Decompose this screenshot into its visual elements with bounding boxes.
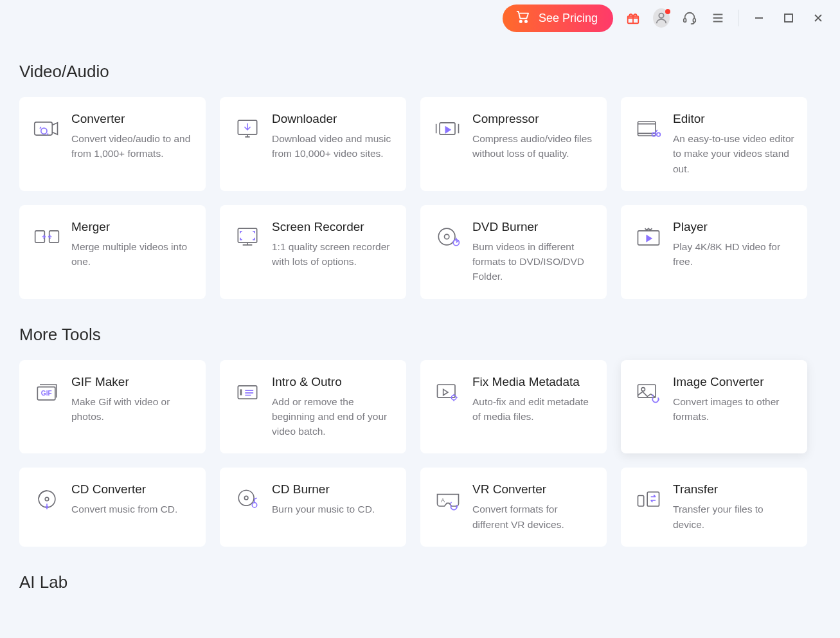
svg-point-29 — [244, 497, 248, 500]
card-body: DVD BurnerBurn videos in different forma… — [472, 220, 594, 284]
card-title: CD Converter — [71, 482, 193, 497]
converter-icon — [31, 116, 62, 147]
card-title: Intro & Outro — [272, 375, 394, 389]
card-cd-converter[interactable]: CD ConverterConvert music from CD. — [19, 468, 206, 547]
svg-text:GIF: GIF — [41, 390, 52, 397]
card-body: ConverterConvert video/audio to and from… — [71, 112, 193, 176]
card-intro-outro[interactable]: Intro & OutroAdd or remove the beginning… — [220, 360, 406, 454]
card-description: Convert formats for different VR devices… — [472, 502, 594, 532]
see-pricing-button[interactable]: See Pricing — [503, 5, 613, 32]
cd-burner-icon — [232, 486, 263, 517]
card-description: Merge multiple videos into one. — [71, 239, 193, 269]
card-body: Intro & OutroAdd or remove the beginning… — [272, 375, 394, 439]
card-body: Screen Recorder1:1 quality screen record… — [272, 220, 394, 284]
card-title: Merger — [71, 220, 193, 234]
card-transfer[interactable]: TransferTransfer your files to device. — [621, 468, 807, 547]
card-description: Burn your music to CD. — [272, 502, 394, 516]
card-description: Auto-fix and edit metadate of media file… — [472, 394, 594, 424]
dvd-burner-icon — [433, 224, 463, 255]
svg-point-1 — [525, 20, 527, 22]
card-title: Fix Media Metadata — [472, 375, 594, 389]
svg-point-3 — [659, 14, 663, 18]
card-body: CD BurnerBurn your music to CD. — [272, 482, 394, 532]
screen-recorder-icon — [232, 224, 263, 255]
gif-maker-icon: GIF — [31, 379, 62, 410]
support-icon[interactable] — [681, 10, 698, 26]
intro-outro-icon — [232, 379, 263, 410]
card-description: Add or remove the beginning and end of y… — [272, 394, 394, 439]
svg-rect-32 — [647, 492, 659, 506]
svg-point-12 — [657, 132, 661, 136]
section-title: More Tools — [19, 325, 821, 345]
card-title: VR Converter — [472, 482, 594, 497]
card-description: Download video and music from 10,000+ vi… — [272, 131, 394, 161]
card-description: Transfer your files to device. — [673, 502, 795, 532]
svg-rect-5 — [693, 19, 696, 22]
card-body: MergerMerge multiple videos into one. — [71, 220, 193, 284]
card-compressor[interactable]: CompressorCompress audio/video files wit… — [420, 97, 607, 191]
card-body: VR ConverterConvert formats for differen… — [472, 482, 594, 532]
window-maximize-button[interactable] — [780, 9, 798, 27]
card-title: Downloader — [272, 112, 394, 126]
svg-point-0 — [520, 20, 522, 22]
card-grid: GIFGIF MakerMake Gif with video or photo… — [19, 360, 821, 547]
svg-rect-7 — [35, 122, 53, 135]
card-body: CompressorCompress audio/video files wit… — [472, 112, 594, 176]
card-description: Play 4K/8K HD video for free. — [673, 239, 795, 269]
card-body: CD ConverterConvert music from CD. — [71, 482, 193, 532]
svg-point-27 — [45, 498, 49, 502]
card-title: Editor — [673, 112, 795, 126]
card-converter[interactable]: ConverterConvert video/audio to and from… — [19, 97, 206, 191]
svg-point-16 — [438, 228, 455, 245]
card-dvd-burner[interactable]: DVD BurnerBurn videos in different forma… — [420, 205, 607, 299]
card-image-converter[interactable]: Image ConverterConvert images to other f… — [621, 360, 807, 454]
window-minimize-button[interactable] — [750, 9, 768, 27]
card-title: Image Converter — [673, 375, 795, 389]
card-body: GIF MakerMake Gif with video or photos. — [71, 375, 193, 439]
card-description: Compress audio/video files without loss … — [472, 131, 594, 161]
fix-metadata-icon — [433, 379, 463, 410]
card-screen-recorder[interactable]: Screen Recorder1:1 quality screen record… — [220, 205, 406, 299]
svg-point-28 — [238, 491, 254, 506]
card-description: 1:1 quality screen recorder with lots of… — [272, 239, 394, 269]
editor-icon — [633, 116, 664, 147]
card-description: An easy-to-use video editor to make your… — [673, 131, 795, 176]
svg-point-17 — [445, 234, 449, 239]
card-description: Make Gif with video or photos. — [71, 394, 193, 424]
section-title: AI Lab — [19, 572, 821, 592]
card-editor[interactable]: EditorAn easy-to-use video editor to mak… — [621, 97, 807, 191]
card-downloader[interactable]: DownloaderDownload video and music from … — [220, 97, 406, 191]
user-avatar[interactable] — [653, 10, 670, 26]
window-close-button[interactable] — [809, 9, 827, 27]
menu-icon[interactable] — [710, 10, 726, 26]
svg-text:A: A — [441, 498, 445, 504]
vr-converter-icon: A — [433, 486, 463, 517]
transfer-icon — [633, 486, 664, 517]
card-title: DVD Burner — [472, 220, 594, 234]
card-fix-media-metadata[interactable]: Fix Media MetadataAuto-fix and edit meta… — [420, 360, 607, 454]
downloader-icon — [232, 116, 263, 147]
cd-converter-icon — [31, 486, 62, 517]
card-cd-burner[interactable]: CD BurnerBurn your music to CD. — [220, 468, 406, 547]
card-body: EditorAn easy-to-use video editor to mak… — [673, 112, 795, 176]
card-description: Burn videos in different formats to DVD/… — [472, 239, 594, 284]
card-body: Fix Media MetadataAuto-fix and edit meta… — [472, 375, 594, 439]
topbar-separator — [738, 10, 738, 26]
card-title: Player — [673, 220, 795, 234]
card-player[interactable]: PlayerPlay 4K/8K HD video for free. — [621, 205, 807, 299]
gift-icon[interactable] — [625, 10, 641, 26]
image-converter-icon — [633, 379, 664, 410]
topbar: See Pricing — [0, 0, 840, 36]
svg-point-25 — [641, 387, 645, 391]
pricing-label: See Pricing — [539, 12, 598, 25]
card-description: Convert video/audio to and from 1,000+ f… — [71, 131, 193, 161]
card-body: DownloaderDownload video and music from … — [272, 112, 394, 176]
card-gif-maker[interactable]: GIFGIF MakerMake Gif with video or photo… — [19, 360, 206, 454]
compressor-icon — [433, 116, 463, 147]
card-grid: ConverterConvert video/audio to and from… — [19, 97, 821, 299]
card-body: Image ConverterConvert images to other f… — [673, 375, 795, 439]
card-merger[interactable]: MergerMerge multiple videos into one. — [19, 205, 206, 299]
merger-icon — [31, 224, 62, 255]
card-title: CD Burner — [272, 482, 394, 497]
card-vr-converter[interactable]: AVR ConverterConvert formats for differe… — [420, 468, 607, 547]
